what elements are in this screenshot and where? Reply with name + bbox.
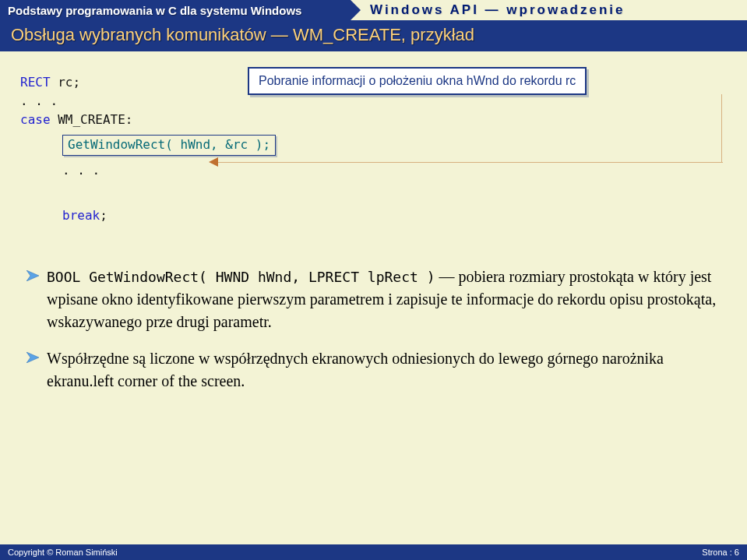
copyright: Copyright © Roman Simiński <box>8 548 118 557</box>
code-text: rc; <box>51 75 81 90</box>
section-title: Windows API — wprowadzenie <box>370 0 625 20</box>
code-block: RECT rc; . . . case WM_CREATE: GetWindow… <box>20 73 727 225</box>
svg-marker-0 <box>26 270 39 281</box>
page-number: Strona : 6 <box>702 548 739 557</box>
list-item: BOOL GetWindowRect( HWND hWnd, LPRECT lp… <box>26 266 717 333</box>
svg-marker-1 <box>26 352 39 363</box>
code-text: WM_CREATE: <box>51 112 133 127</box>
code-keyword: case <box>20 112 51 127</box>
description-text: Współrzędne są liczone w współrzędnych e… <box>47 347 717 393</box>
course-title: Podstawy programowania w C dla systemu W… <box>0 4 301 17</box>
description: BOOL GetWindowRect( HWND hWnd, LPRECT lp… <box>20 266 727 393</box>
slide-title: Obsługa wybranych komunikatów — WM_CREAT… <box>0 20 747 51</box>
bullet-icon <box>26 352 39 393</box>
code-keyword: RECT <box>20 75 51 90</box>
slide-content: Pobranie informacji o położeniu okna hWn… <box>0 51 747 422</box>
code-keyword: break <box>62 208 100 223</box>
chevron-right-icon <box>351 0 361 20</box>
code-text: . . . <box>20 92 727 111</box>
bullet-icon <box>26 270 39 333</box>
code-text: ; <box>100 208 107 223</box>
list-item: Współrzędne są liczone w współrzędnych e… <box>26 347 717 393</box>
footer: Copyright © Roman Simiński Strona : 6 <box>0 544 747 560</box>
code-text: . . . <box>20 161 727 180</box>
function-signature: BOOL GetWindowRect( HWND hWnd, LPRECT lp… <box>47 269 435 285</box>
highlighted-call: GetWindowRect( hWnd, &rc ); <box>62 135 276 156</box>
header-bar: Podstawy programowania w C dla systemu W… <box>0 0 747 20</box>
